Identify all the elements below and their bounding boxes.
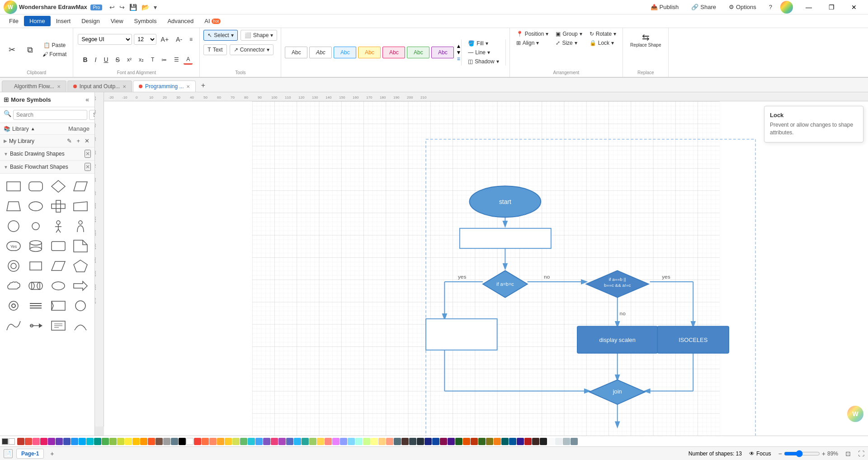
font-size-select[interactable]: 12 [134, 34, 156, 45]
size-button[interactable]: ⤢ Size ▾ [553, 39, 585, 47]
position-button[interactable]: 📍 Position ▾ [514, 30, 552, 38]
shape-equals[interactable] [26, 297, 46, 315]
list-button[interactable]: ≔ [159, 56, 170, 64]
shape-tool-button[interactable]: ⬜ Shape ▾ [241, 30, 278, 41]
color-swatch[interactable] [163, 438, 170, 445]
text-style-button[interactable]: T [148, 56, 157, 64]
fill-button[interactable]: 🪣 Fill ▾ [465, 39, 501, 47]
shape-cloud[interactable] [4, 277, 24, 295]
color-swatch[interactable] [332, 438, 340, 445]
superscript-button[interactable]: x² [124, 56, 134, 64]
maximize-button[interactable]: ❐ [821, 0, 842, 14]
color-swatch[interactable] [232, 438, 240, 445]
style-sample-5[interactable]: Abc [407, 47, 429, 58]
color-swatch[interactable] [25, 438, 32, 445]
menu-view[interactable]: View [105, 16, 129, 26]
color-swatch[interactable] [248, 438, 255, 445]
color-swatch[interactable] [156, 438, 163, 445]
color-swatch[interactable] [501, 438, 509, 445]
shape-stadium[interactable] [26, 277, 46, 295]
style-sample-3[interactable]: Abc [358, 47, 381, 58]
shape-parallelogram[interactable] [71, 177, 90, 195]
color-swatch[interactable] [494, 438, 501, 445]
font-color-button[interactable]: A [184, 55, 193, 65]
color-swatch[interactable] [401, 438, 409, 445]
color-swatch[interactable] [171, 438, 178, 445]
color-swatch[interactable] [102, 438, 109, 445]
list2-button[interactable]: ☰ [171, 56, 182, 64]
color-swatch[interactable] [86, 438, 94, 445]
node-box1[interactable] [460, 228, 551, 248]
shape-rounded-box[interactable] [48, 237, 68, 255]
color-swatch[interactable] [325, 438, 332, 445]
color-swatch[interactable] [225, 438, 232, 445]
color-swatch[interactable] [217, 438, 224, 445]
color-swatch[interactable] [532, 438, 539, 445]
page-icon[interactable]: 📄 [4, 449, 13, 458]
italic-button[interactable]: I [92, 55, 99, 64]
color-swatch[interactable] [478, 438, 486, 445]
shape-round-rect[interactable] [26, 177, 46, 195]
basic-drawing-close-button[interactable]: ✕ [85, 150, 91, 158]
color-swatch[interactable] [517, 438, 524, 445]
color-swatch[interactable] [524, 438, 532, 445]
shape-yes[interactable]: Yes [4, 237, 24, 255]
color-swatch[interactable] [294, 438, 301, 445]
shape-ring2[interactable] [4, 297, 24, 315]
new-tab-button[interactable]: + [197, 79, 209, 92]
color-swatch[interactable] [132, 438, 140, 445]
zoom-out-button[interactable]: − [778, 450, 782, 457]
group-button[interactable]: ▣ Group ▾ [553, 30, 585, 38]
zoom-slider[interactable] [784, 450, 820, 457]
shape-wave[interactable] [4, 317, 24, 335]
color-swatch[interactable] [509, 438, 516, 445]
style-sample-2[interactable]: Abc [334, 47, 356, 58]
color-swatch[interactable] [17, 438, 24, 445]
shape-arrow-line[interactable] [26, 317, 46, 335]
node-box2[interactable] [426, 319, 497, 350]
rotate-button[interactable]: ↻ Rotate ▾ [587, 30, 619, 38]
align-button[interactable]: ≡ [187, 35, 195, 43]
shape-text-box[interactable] [48, 317, 68, 335]
fit-page-button[interactable]: ⊡ [845, 450, 851, 457]
color-swatch[interactable] [355, 438, 363, 445]
menu-symbols[interactable]: Symbols [129, 16, 162, 26]
color-swatch[interactable] [71, 438, 78, 445]
color-swatch[interactable] [209, 438, 217, 445]
manage-button[interactable]: Manage [67, 125, 91, 133]
color-swatch[interactable] [317, 438, 324, 445]
shape-arrow-right[interactable] [71, 277, 90, 295]
color-swatch[interactable] [263, 438, 270, 445]
add-page-button[interactable]: + [47, 449, 57, 458]
color-swatch[interactable] [56, 438, 63, 445]
style-sample-4[interactable]: Abc [382, 47, 405, 58]
pencil-color[interactable] [2, 438, 8, 445]
line-button[interactable]: — Line ▾ [465, 48, 501, 57]
paste-button[interactable]: 📋 Paste [40, 41, 69, 49]
shape-rect[interactable] [4, 177, 24, 195]
color-swatch[interactable] [440, 438, 447, 445]
color-swatch[interactable] [571, 438, 578, 445]
menu-design[interactable]: Design [76, 16, 105, 26]
color-swatch[interactable] [555, 438, 562, 445]
color-swatch[interactable] [417, 438, 424, 445]
open-button[interactable]: 📂 [140, 3, 151, 12]
panel-collapse-button[interactable]: « [84, 95, 91, 104]
bold-button[interactable]: B [80, 55, 90, 64]
color-swatch[interactable] [340, 438, 347, 445]
page-tab-1[interactable]: Page-1 [16, 449, 44, 459]
fill-color[interactable] [9, 438, 15, 445]
color-swatch[interactable] [179, 438, 186, 445]
shape-notched-rect[interactable] [48, 297, 68, 315]
canvas-area[interactable]: -20-10 010 2030 4050 6070 8090 100110 12… [95, 92, 868, 436]
my-library-close-button[interactable]: ✕ [83, 137, 91, 145]
color-swatch[interactable] [271, 438, 278, 445]
strikethrough-button[interactable]: S [113, 55, 123, 64]
shadow-button[interactable]: ◫ Shadow ▾ [465, 57, 501, 66]
tab-input-output[interactable]: Input and Outp... ✕ [67, 81, 132, 92]
redo-button[interactable]: ↪ [118, 3, 127, 12]
options-button[interactable]: ⚙ Options [724, 2, 761, 12]
tab-close-1[interactable]: ✕ [123, 84, 126, 89]
publish-button[interactable]: 📤 Publish [646, 2, 684, 12]
color-swatch[interactable] [309, 438, 316, 445]
